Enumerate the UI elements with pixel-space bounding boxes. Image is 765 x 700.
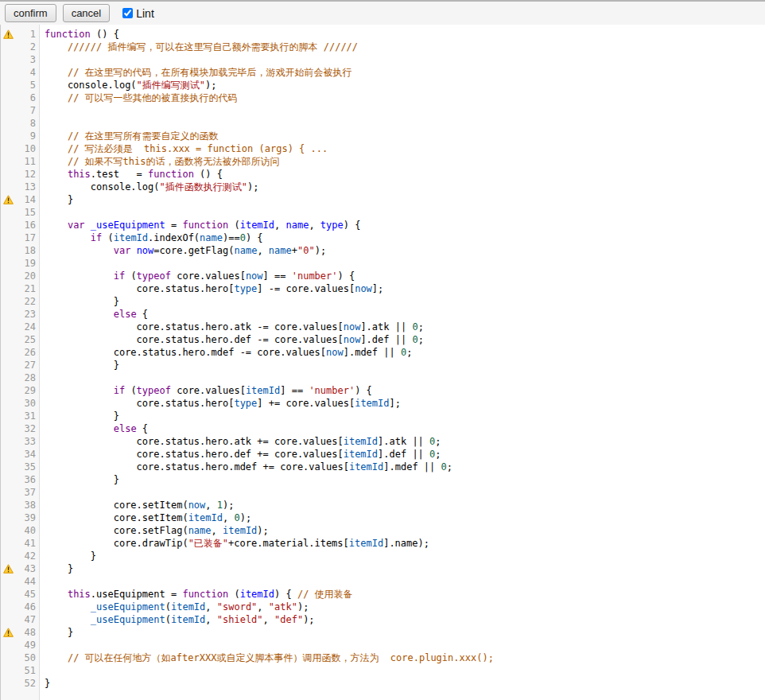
- code-line: 40 core.setFlag(name, itemId);: [1, 524, 765, 537]
- code-line-text[interactable]: console.log("插件编写测试");: [40, 79, 217, 91]
- code-line-text[interactable]: }: [40, 193, 73, 206]
- code-line-text[interactable]: console.log("插件函数执行测试");: [40, 181, 258, 193]
- code-line-text[interactable]: core.setFlag(name, itemId);: [40, 524, 269, 537]
- code-line-text[interactable]: if (typeof core.values[now] == 'number')…: [40, 270, 355, 282]
- line-number: 7: [15, 104, 40, 117]
- warning-icon: [3, 564, 14, 574]
- code-line-text[interactable]: }: [40, 562, 73, 575]
- code-line: 6 // 可以写一些其他的被直接执行的代码: [1, 91, 765, 104]
- code-line-text[interactable]: [40, 257, 50, 270]
- code-line: 44: [1, 575, 765, 588]
- code-line-text[interactable]: core.status.hero.mdef += core.values[ite…: [40, 461, 452, 473]
- code-line: 1function () {: [1, 28, 765, 41]
- line-number: 9: [15, 130, 40, 142]
- code-line: 42 }: [1, 550, 765, 562]
- line-number: 25: [15, 333, 40, 346]
- code-line-text[interactable]: core.status.hero[type] += core.values[it…: [40, 397, 401, 410]
- code-line: 35 core.status.hero.mdef += core.values[…: [1, 461, 765, 473]
- code-line-text[interactable]: // 如果不写this的话，函数将无法被外部所访问: [40, 155, 279, 168]
- line-number: 42: [15, 550, 40, 562]
- code-line-text[interactable]: this.test = function () {: [40, 168, 223, 181]
- code-line-text[interactable]: [40, 206, 50, 219]
- code-line-text[interactable]: this.useEquipment = function (itemId) { …: [40, 588, 353, 601]
- code-line-text[interactable]: _useEquipment(itemId, "sword", "atk");: [40, 601, 309, 613]
- code-editor[interactable]: 1function () {2 ////// 插件编写，可以在这里写自己额外需要…: [0, 25, 765, 700]
- lint-warning-marker: [1, 195, 15, 204]
- warning-icon: [3, 195, 14, 204]
- code-line: 24 core.status.hero.atk -= core.values[n…: [1, 321, 765, 333]
- line-number: 19: [15, 257, 40, 270]
- code-line-text[interactable]: // 在这里写的代码，在所有模块加载完毕后，游戏开始前会被执行: [40, 66, 352, 79]
- code-line-text[interactable]: core.status.hero.def -= core.values[now]…: [40, 333, 424, 346]
- lint-toggle-group: Lint: [122, 7, 154, 20]
- code-line-text[interactable]: [40, 53, 50, 66]
- line-number: 39: [15, 511, 40, 524]
- code-line: 36 }: [1, 473, 765, 486]
- code-line: 15: [1, 206, 765, 219]
- code-line-text[interactable]: // 在这里写所有需要自定义的函数: [40, 130, 219, 142]
- code-line-text[interactable]: function () {: [40, 28, 119, 41]
- code-line: 22 }: [1, 295, 765, 308]
- code-line: 5 console.log("插件编写测试");: [1, 79, 765, 91]
- code-line-text[interactable]: else {: [40, 422, 148, 435]
- code-line: 9 // 在这里写所有需要自定义的函数: [1, 130, 765, 142]
- code-line: 41 core.drawTip("已装备"+core.material.item…: [1, 537, 765, 550]
- code-line-text[interactable]: // 可以在任何地方（如afterXXX或自定义脚本事件）调用函数，方法为 co…: [40, 651, 494, 664]
- code-line: 45 this.useEquipment = function (itemId)…: [1, 588, 765, 601]
- lint-checkbox[interactable]: [122, 8, 133, 18]
- line-number: 27: [15, 359, 40, 371]
- code-line-text[interactable]: if (itemId.indexOf(name)==0) {: [40, 231, 263, 244]
- code-line-text[interactable]: core.setItem(now, 1);: [40, 499, 234, 511]
- line-number: 17: [15, 231, 40, 244]
- code-line-text[interactable]: }: [40, 410, 119, 422]
- code-line-text[interactable]: [40, 486, 50, 499]
- line-number: 5: [15, 79, 40, 91]
- line-number: 15: [15, 206, 40, 219]
- code-line: 43 }: [1, 562, 765, 575]
- code-line-text[interactable]: core.status.hero.mdef -= core.values[now…: [40, 346, 412, 359]
- code-line: 33 core.status.hero.atk += core.values[i…: [1, 435, 765, 448]
- code-line-text[interactable]: core.status.hero[type] -= core.values[no…: [40, 282, 383, 295]
- code-line-text[interactable]: }: [40, 677, 50, 690]
- lint-warning-marker: [1, 628, 15, 637]
- code-line: 28: [1, 371, 765, 384]
- line-number: 52: [15, 677, 40, 690]
- code-line-text[interactable]: }: [40, 359, 119, 371]
- code-line-text[interactable]: }: [40, 626, 73, 639]
- code-line-text[interactable]: core.status.hero.atk += core.values[item…: [40, 435, 441, 448]
- line-number: 11: [15, 155, 40, 168]
- code-line-text[interactable]: core.drawTip("已装备"+core.material.items[i…: [40, 537, 429, 550]
- code-line-text[interactable]: }: [40, 473, 119, 486]
- confirm-button[interactable]: confirm: [5, 4, 56, 22]
- cancel-button[interactable]: cancel: [63, 4, 111, 22]
- code-line-text[interactable]: ////// 插件编写，可以在这里写自己额外需要执行的脚本 //////: [40, 41, 358, 53]
- code-line-text[interactable]: }: [40, 550, 96, 562]
- code-line-text[interactable]: _useEquipment(itemId, "shield", "def");: [40, 613, 315, 626]
- code-line-text[interactable]: [40, 117, 50, 130]
- code-line-text[interactable]: core.status.hero.def += core.values[item…: [40, 448, 441, 461]
- line-number: 23: [15, 308, 40, 321]
- lint-warning-marker: [1, 29, 15, 39]
- code-line-text[interactable]: core.status.hero.atk -= core.values[now]…: [40, 321, 424, 333]
- code-line-text[interactable]: var now=core.getFlag(name, name+"0");: [40, 244, 326, 257]
- code-line-text[interactable]: core.setItem(itemId, 0);: [40, 511, 251, 524]
- code-line-text[interactable]: var _useEquipment = function (itemId, na…: [40, 219, 360, 231]
- code-line-text[interactable]: [40, 639, 50, 651]
- code-line: 14 }: [1, 193, 765, 206]
- line-number: 45: [15, 588, 40, 601]
- code-line-text[interactable]: [40, 104, 50, 117]
- code-line: 47 _useEquipment(itemId, "shield", "def"…: [1, 613, 765, 626]
- code-line-text[interactable]: // 可以写一些其他的被直接执行的代码: [40, 91, 238, 104]
- line-number: 37: [15, 486, 40, 499]
- line-number: 1: [15, 28, 40, 41]
- line-number: 16: [15, 219, 40, 231]
- code-line-text[interactable]: [40, 371, 50, 384]
- line-number: 34: [15, 448, 40, 461]
- code-line-text[interactable]: [40, 664, 50, 677]
- code-line-text[interactable]: else {: [40, 308, 148, 321]
- code-line-text[interactable]: [40, 575, 50, 588]
- code-line-text[interactable]: // 写法必须是 this.xxx = function (args) { ..…: [40, 142, 328, 155]
- code-line-text[interactable]: if (typeof core.values[itemId] == 'numbe…: [40, 384, 372, 397]
- line-number: 6: [15, 91, 40, 104]
- code-line-text[interactable]: }: [40, 295, 119, 308]
